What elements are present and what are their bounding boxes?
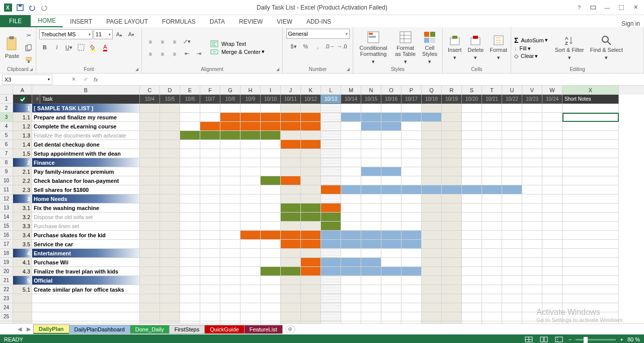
gantt-cell[interactable] bbox=[281, 231, 301, 240]
task-num[interactable]: 1.2 bbox=[13, 122, 32, 131]
gantt-cell[interactable] bbox=[180, 176, 200, 185]
gantt-cell[interactable] bbox=[422, 158, 442, 167]
task-cell[interactable]: Setup appointment with the dean bbox=[32, 149, 140, 158]
align-bottom-icon[interactable]: ≡ bbox=[169, 36, 180, 47]
gantt-cell[interactable] bbox=[542, 276, 562, 285]
gantt-cell[interactable] bbox=[522, 194, 542, 203]
gantt-cell[interactable] bbox=[502, 149, 522, 158]
gantt-cell[interactable] bbox=[361, 213, 381, 222]
gantt-cell[interactable] bbox=[422, 167, 442, 176]
gantt-cell[interactable] bbox=[240, 167, 261, 176]
gantt-cell[interactable] bbox=[522, 113, 542, 122]
gantt-cell[interactable] bbox=[261, 185, 281, 194]
gantt-cell[interactable] bbox=[220, 285, 240, 294]
gantt-cell[interactable] bbox=[442, 222, 462, 231]
gantt-cell[interactable] bbox=[321, 258, 341, 267]
gantt-cell[interactable] bbox=[160, 240, 180, 249]
task-num[interactable]: 5.1 bbox=[13, 285, 32, 294]
gantt-cell[interactable] bbox=[381, 185, 401, 194]
gantt-cell[interactable] bbox=[522, 267, 542, 276]
gantt-cell[interactable] bbox=[321, 267, 341, 276]
notes-cell[interactable] bbox=[562, 104, 619, 113]
gantt-cell[interactable] bbox=[261, 140, 281, 149]
gantt-cell[interactable] bbox=[240, 213, 261, 222]
gantt-cell[interactable] bbox=[522, 276, 542, 285]
accounting-format-icon[interactable]: $▾ bbox=[288, 41, 299, 52]
gantt-cell[interactable] bbox=[180, 249, 200, 258]
gantt-cell[interactable] bbox=[502, 113, 522, 122]
gantt-cell[interactable] bbox=[502, 104, 522, 113]
gantt-cell[interactable] bbox=[361, 158, 381, 167]
gantt-cell[interactable] bbox=[361, 258, 381, 267]
page-layout-view-icon[interactable] bbox=[538, 335, 549, 343]
gantt-cell[interactable] bbox=[321, 131, 341, 140]
gantt-cell[interactable] bbox=[160, 267, 180, 276]
col-header-K[interactable]: K bbox=[301, 86, 321, 95]
tab-home[interactable]: HOME bbox=[31, 15, 63, 27]
gantt-cell[interactable] bbox=[381, 249, 401, 258]
gantt-cell[interactable] bbox=[200, 267, 220, 276]
gantt-cell[interactable] bbox=[301, 149, 321, 158]
gantt-cell[interactable] bbox=[502, 213, 522, 222]
gantt-cell[interactable] bbox=[542, 131, 562, 140]
tab-review[interactable]: REVIEW bbox=[232, 16, 270, 27]
gantt-cell[interactable] bbox=[321, 231, 341, 240]
gantt-cell[interactable] bbox=[361, 140, 381, 149]
gantt-cell[interactable] bbox=[200, 203, 220, 213]
align-middle-icon[interactable]: ≡ bbox=[157, 36, 168, 47]
gantt-cell[interactable] bbox=[261, 285, 281, 294]
tab-add-ins[interactable]: ADD-INS bbox=[299, 16, 338, 27]
task-num[interactable]: 4.1 bbox=[13, 258, 32, 267]
gantt-cell[interactable] bbox=[401, 249, 422, 258]
gantt-cell[interactable] bbox=[341, 167, 361, 176]
gantt-cell[interactable] bbox=[502, 185, 522, 194]
row-header-14[interactable]: 14 bbox=[0, 213, 13, 222]
number-format-combo[interactable]: General▾ bbox=[286, 29, 350, 39]
row-header-6[interactable]: 6 bbox=[0, 140, 13, 149]
gantt-cell[interactable] bbox=[240, 285, 261, 294]
gantt-cell[interactable] bbox=[200, 140, 220, 149]
gantt-cell[interactable] bbox=[220, 158, 240, 167]
tab-data[interactable]: DATA bbox=[203, 16, 232, 27]
gantt-cell[interactable] bbox=[200, 104, 220, 113]
name-box[interactable]: X3▾ bbox=[2, 75, 52, 85]
gantt-cell[interactable] bbox=[140, 203, 160, 213]
col-header-X[interactable]: X bbox=[562, 86, 619, 95]
gantt-cell[interactable] bbox=[341, 222, 361, 231]
gantt-cell[interactable] bbox=[160, 213, 180, 222]
gantt-cell[interactable] bbox=[422, 285, 442, 294]
gantt-cell[interactable] bbox=[240, 149, 261, 158]
col-header-C[interactable]: C bbox=[140, 86, 160, 95]
row-header-5[interactable]: 5 bbox=[0, 131, 13, 140]
gantt-cell[interactable] bbox=[220, 258, 240, 267]
gantt-cell[interactable] bbox=[381, 276, 401, 285]
increase-indent-icon[interactable]: ⇥ bbox=[193, 48, 204, 59]
date-header-10/19[interactable]: 10/19 bbox=[442, 95, 462, 104]
gantt-cell[interactable] bbox=[180, 258, 200, 267]
date-header-10/9[interactable]: 10/9 bbox=[240, 95, 261, 104]
gantt-cell[interactable] bbox=[321, 285, 341, 294]
gantt-cell[interactable] bbox=[361, 267, 381, 276]
gantt-cell[interactable] bbox=[522, 176, 542, 185]
gantt-cell[interactable] bbox=[462, 131, 482, 140]
row-header-13[interactable]: 13 bbox=[0, 203, 13, 213]
gantt-cell[interactable] bbox=[160, 185, 180, 194]
task-cell[interactable]: Create similar plan for office tasks bbox=[32, 285, 140, 294]
gantt-cell[interactable] bbox=[281, 276, 301, 285]
gantt-cell[interactable] bbox=[281, 267, 301, 276]
gantt-cell[interactable] bbox=[220, 194, 240, 203]
gantt-cell[interactable] bbox=[502, 249, 522, 258]
tab-file[interactable]: FILE bbox=[0, 15, 31, 27]
gantt-cell[interactable] bbox=[401, 285, 422, 294]
gantt-cell[interactable] bbox=[341, 194, 361, 203]
date-header-10/24[interactable]: 10/24 bbox=[542, 95, 562, 104]
sheet-tab-done_daily[interactable]: Done_Daily bbox=[130, 325, 170, 334]
gantt-cell[interactable] bbox=[542, 203, 562, 213]
gantt-cell[interactable] bbox=[442, 104, 462, 113]
gantt-cell[interactable] bbox=[381, 222, 401, 231]
gantt-cell[interactable] bbox=[261, 104, 281, 113]
gantt-cell[interactable] bbox=[381, 122, 401, 131]
gantt-cell[interactable] bbox=[261, 113, 281, 122]
gantt-cell[interactable] bbox=[180, 213, 200, 222]
gantt-cell[interactable] bbox=[542, 213, 562, 222]
